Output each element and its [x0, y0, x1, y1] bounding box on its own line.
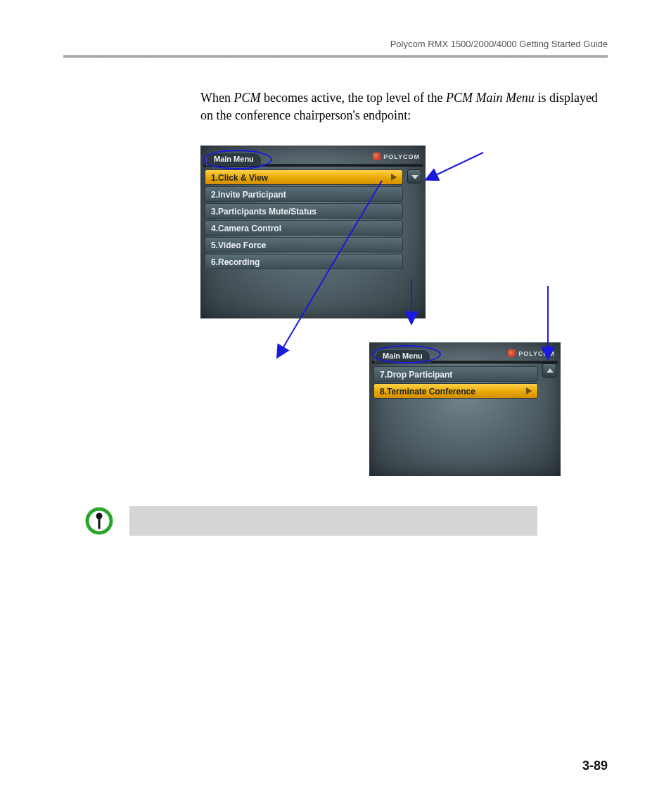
pcm-term: PCM [234, 91, 260, 105]
panel2-title-tab: Main Menu [375, 349, 430, 363]
menu-item-drop-participant[interactable]: 7.Drop Participant [373, 366, 538, 382]
panel1-title-tab: Main Menu [206, 153, 262, 166]
chevron-up-icon [547, 368, 554, 373]
pin-icon [84, 506, 114, 536]
menu-item-participants-mute-status[interactable]: 3.Participants Mute/Status [205, 203, 403, 219]
menu-item-label: 7.Drop Participant [380, 370, 452, 380]
pcm-menu-screenshot-bottom: Main Menu POLYCOM 7.Drop Participant 8.T… [369, 342, 561, 476]
menu-item-video-force[interactable]: 5.Video Force [205, 237, 403, 252]
body-paragraph: When PCM becomes active, the top level o… [200, 89, 608, 124]
menu-item-label: 3.Participants Mute/Status [211, 207, 317, 217]
menu-item-terminate-conference[interactable]: 8.Terminate Conference [373, 383, 538, 399]
scroll-up-button[interactable] [542, 363, 556, 378]
panel2-title-row: Main Menu POLYCOM [369, 342, 561, 361]
panel2-menu-list: 7.Drop Participant 8.Terminate Conferenc… [369, 363, 542, 399]
chevron-right-icon [526, 387, 532, 394]
polycom-brand: POLYCOM [508, 349, 555, 357]
menu-item-label: 5.Video Force [211, 240, 266, 250]
polycom-logo-icon [508, 349, 516, 357]
menu-item-label: 8.Terminate Conference [380, 387, 475, 397]
svg-line-0 [427, 153, 483, 179]
brand-text: POLYCOM [383, 153, 420, 160]
panel1-title-row: Main Menu POLYCOM [200, 146, 426, 164]
body-text-1: When [200, 91, 234, 105]
scroll-down-button[interactable] [407, 169, 421, 183]
body-text-2: becomes active, the top level of the [260, 91, 445, 105]
menu-item-camera-control[interactable]: 4.Camera Control [205, 220, 403, 236]
menu-item-recording[interactable]: 6.Recording [205, 254, 403, 269]
chevron-right-icon [391, 174, 397, 181]
figure-area: Main Menu POLYCOM 1.Click & View 2.Invit… [200, 146, 608, 483]
note-bar [129, 506, 537, 536]
brand-text: POLYCOM [518, 350, 555, 357]
menu-item-click-and-view[interactable]: 1.Click & View [205, 169, 403, 185]
menu-item-label: 6.Recording [211, 257, 260, 267]
header-rule [63, 55, 608, 58]
polycom-logo-icon [373, 153, 381, 160]
pcm-main-menu-term: PCM Main Menu [446, 91, 535, 105]
menu-item-invite-participant[interactable]: 2.Invite Participant [205, 186, 403, 202]
menu-item-label: 1.Click & View [211, 173, 268, 183]
note-row [84, 506, 537, 536]
header-title: Polycom RMX 1500/2000/4000 Getting Start… [63, 39, 608, 49]
page: Polycom RMX 1500/2000/4000 Getting Start… [0, 0, 671, 812]
pcm-menu-screenshot-top: Main Menu POLYCOM 1.Click & View 2.Invit… [200, 146, 426, 318]
menu-item-label: 2.Invite Participant [211, 190, 286, 200]
page-number: 3-89 [582, 759, 608, 773]
menu-item-label: 4.Camera Control [211, 224, 281, 233]
chevron-down-icon [411, 175, 418, 179]
polycom-brand: POLYCOM [373, 153, 420, 160]
panel1-menu-list: 1.Click & View 2.Invite Participant 3.Pa… [200, 167, 407, 269]
